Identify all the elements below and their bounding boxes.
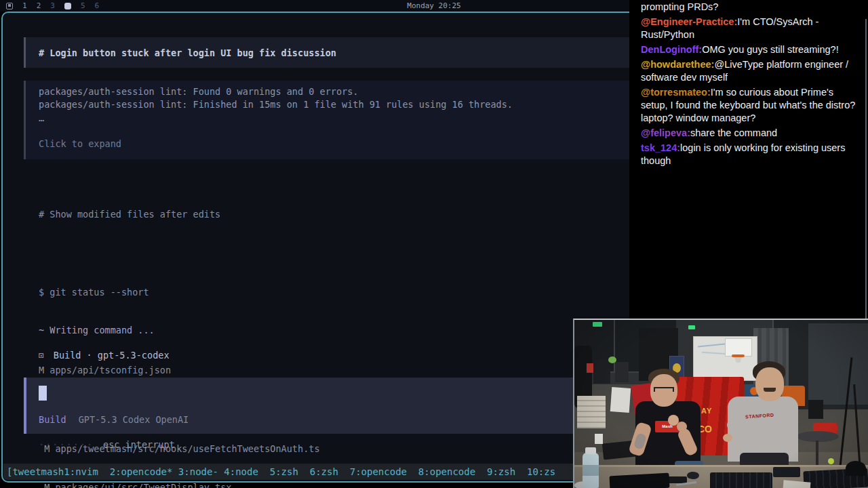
workspace-1[interactable]: 1 [22, 1, 27, 10]
chat-message: @felipeva:share the command [641, 127, 861, 140]
chat-message-text: OMG you guys still streaming?! [702, 44, 838, 55]
tmux-window-list: [tweetmash1:nvim 2:opencode* 3:node- 4:n… [7, 466, 555, 477]
chat-message-text: share the command [690, 127, 777, 138]
chat-message: @torresmateo:I'm so curious about Prime'… [641, 86, 861, 125]
workspace-3[interactable]: 3 [50, 1, 55, 10]
chat-username[interactable]: @felipeva: [641, 127, 690, 138]
lint-line: packages/auth-session lint: Found 0 warn… [39, 85, 629, 98]
session-title-panel: # Login button stuck after login UI bug … [24, 37, 629, 68]
workspace-5[interactable]: 5 [81, 1, 85, 10]
clock: Monday 20:25 [407, 1, 460, 10]
spacer [39, 247, 320, 260]
click-to-expand[interactable]: Click to expand [39, 138, 629, 150]
interrupt-hint-row: ········esc interrupt [39, 439, 175, 450]
lint-ellipsis: … [39, 112, 629, 125]
agent-status-line: ~ Writing command ... [39, 325, 155, 336]
workspace-active-indicator[interactable] [64, 3, 71, 9]
git-file: M apps/api/tsconfig.json [39, 364, 320, 377]
webcam-video-overlay: BAY CO Mash STANFORD [573, 319, 868, 488]
git-file: M packages/ui/src/TweetDisplay.tsx [39, 481, 320, 488]
git-comment: # Show modified files after edits [39, 208, 320, 221]
lint-output-panel[interactable]: packages/auth-session lint: Found 0 warn… [24, 81, 629, 159]
chat-username[interactable]: @torresmateo: [641, 87, 711, 98]
workspace-layout-icon [6, 3, 13, 9]
chat-username[interactable]: @Engineer-Practice: [641, 16, 737, 27]
chat-username[interactable]: DenLoginoff: [641, 44, 702, 55]
workspace-6[interactable]: 6 [95, 1, 100, 10]
chat-scrollbar[interactable] [865, 19, 867, 319]
chat-message: @Engineer-Practice:I'm CTO/SysArch - Rus… [641, 16, 861, 41]
input-mode-label: Build [39, 414, 66, 425]
esc-interrupt-hint: esc interrupt [103, 439, 175, 450]
workspace-2[interactable]: 2 [37, 1, 41, 10]
build-mode-label: Build · gpt-5.3-codex [54, 350, 170, 361]
chat-message: tsk_124:login is only working for existi… [641, 142, 861, 167]
lint-line: packages/auth-session lint: Finished in … [39, 98, 629, 111]
chat-message: prompting PRDs? [641, 1, 861, 14]
text-cursor [39, 386, 47, 401]
vignette [574, 320, 868, 488]
git-command: $ git status --short [39, 286, 320, 299]
chat-message: @howdarethee:@LiveType platform engineer… [641, 58, 861, 84]
build-mode-icon: ⊡ [39, 350, 44, 361]
build-mode-line: ⊡Build · gpt-5.3-codex [39, 350, 170, 361]
input-model-label: GPT-5.3 Codex OpenAI [79, 414, 189, 425]
spacer [39, 125, 629, 138]
chat-message: DenLoginoff:OMG you guys still streaming… [641, 43, 861, 56]
command-input-box[interactable]: BuildGPT-5.3 Codex OpenAI [24, 378, 629, 434]
workspace-indicators: 1 2 3 5 6 [6, 1, 99, 10]
session-title: # Login button stuck after login UI bug … [39, 47, 336, 58]
chat-username[interactable]: tsk_124: [641, 142, 680, 153]
input-mode-row: BuildGPT-5.3 Codex OpenAI [39, 414, 189, 425]
chat-message-text: prompting PRDs? [641, 1, 718, 12]
chat-username[interactable]: @howdarethee: [641, 59, 714, 70]
working-spinner: ········ [39, 439, 94, 450]
